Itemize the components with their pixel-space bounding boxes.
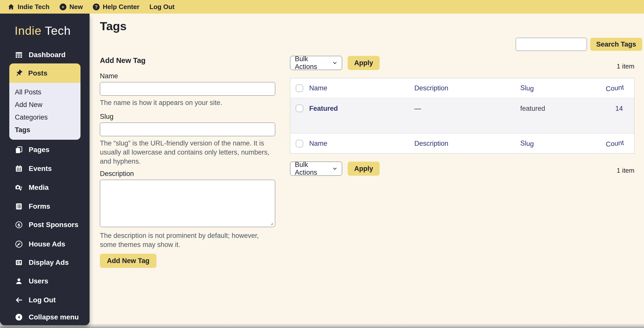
tag-description-textarea[interactable] [100,180,275,227]
sidebar-item-label: Log Out [29,296,56,304]
sidebar-item-label: Media [29,184,49,192]
topbar-logout-link[interactable]: Log Out [149,3,175,11]
column-header-count[interactable]: Count [606,83,624,93]
search-tags-input[interactable] [516,38,587,51]
slug-label: Slug [100,113,275,121]
sidebar-item-dashboard[interactable]: Dashboard [15,47,85,63]
footer-column-description[interactable]: Description [414,140,448,148]
tag-slug-input[interactable] [100,123,275,136]
user-icon [15,277,23,285]
sidebar-item-label: Pages [29,146,50,154]
tags-table: Name Description Slug Count Featured — f… [290,78,634,154]
form-heading: Add New Tag [100,56,275,65]
sidebar-item-label: Events [29,165,52,173]
tag-name-input[interactable] [100,82,275,96]
select-all-checkbox-bottom[interactable] [296,140,303,147]
bulk-actions-select[interactable]: Bulk Actions [290,56,342,70]
dollar-circle-icon: $ [15,221,23,229]
sidebar-item-media[interactable]: Media [15,179,85,196]
column-header-name[interactable]: Name [309,84,327,92]
add-new-tag-button[interactable]: Add New Tag [100,254,156,268]
submenu-item-add-new[interactable]: Add New [15,98,80,111]
media-icon [15,184,23,192]
item-count-bottom: 1 item [617,167,634,174]
sidebar-posts-card: Posts All Posts Add New Categories Tags [9,63,80,140]
sidebar-posts-label: Posts [28,69,47,77]
chevron-down-icon [332,60,338,66]
arrow-left-icon [15,296,23,304]
topbar-site-link[interactable]: Indie Tech [8,3,50,11]
footer-column-name[interactable]: Name [309,140,327,148]
topbar-site-label: Indie Tech [18,3,50,11]
sidebar-item-posts[interactable]: Posts [9,63,80,83]
sidebar-item-display-ads[interactable]: Display Ads [15,254,85,271]
page-bottom-edge [0,324,644,328]
submenu-label: Categories [15,114,48,121]
plus-circle-icon: + [60,4,66,10]
footer-column-count[interactable]: Count [606,139,624,148]
sidebar-item-label: House Ads [29,240,65,248]
sidebar-item-house-ads[interactable]: House Ads [15,236,85,252]
sidebar-item-events[interactable]: Events [15,161,85,177]
apply-button-bottom[interactable]: Apply [348,162,380,176]
tags-list-section: Bulk Actions Apply 1 item Name Descripti… [290,56,634,176]
submenu-label: All Posts [15,88,41,96]
bulk-actions-select-bottom[interactable]: Bulk Actions [290,162,342,176]
tag-count-link[interactable]: 14 [615,105,623,113]
topbar-help-label: Help Center [103,3,139,11]
logo-part-2: Tech [45,24,71,37]
submenu-item-tags-current[interactable]: Tags [15,124,80,136]
sidebar-item-users[interactable]: Users [15,273,85,289]
row-checkbox[interactable] [296,105,303,112]
resize-grip-icon[interactable] [269,222,273,226]
sidebar-item-label: Forms [29,202,50,210]
sidebar-item-label: Post Sponsors [29,221,78,229]
sidebar-item-pages[interactable]: Pages [15,142,85,158]
admin-topbar: Indie Tech + New ? Help Center Log Out [0,0,644,14]
footer-column-slug[interactable]: Slug [520,139,534,148]
submenu-item-all-posts[interactable]: All Posts [15,86,80,98]
dashboard-grid-icon [15,51,23,59]
bulk-actions-row-bottom: Bulk Actions Apply [290,162,634,176]
sidebar-item-logout[interactable]: Log Out [15,292,85,308]
bulk-actions-selected-value: Bulk Actions [295,55,332,71]
sidebar-collapse-menu[interactable]: Collapse menu [15,309,85,325]
column-header-slug[interactable]: Slug [520,84,534,93]
page-title: Tags [100,19,127,33]
name-help-text: The name is how it appears on your site. [100,98,275,107]
select-all-checkbox[interactable] [296,85,303,92]
site-logo: Indie Tech [15,23,71,38]
pushpin-icon [15,69,23,77]
svg-text:$: $ [17,223,20,227]
topbar-logout-label: Log Out [149,3,175,11]
logo-part-1: Indie [15,24,42,37]
description-label: Description [100,170,275,178]
topbar-new-label: New [69,3,83,11]
table-footer-row: Name Description Slug Count [290,134,634,153]
chevron-down-icon [332,166,338,172]
sidebar-item-post-sponsors[interactable]: $ Post Sponsors [15,217,85,233]
submenu-item-categories[interactable]: Categories [15,111,80,124]
sidebar-item-forms[interactable]: Forms [15,198,85,214]
item-count-top: 1 item [617,62,634,70]
column-header-description[interactable]: Description [414,84,448,92]
topbar-new-button[interactable]: + New [60,3,83,11]
slug-help-text: The “slug” is the URL-friendly version o… [100,139,275,166]
tag-description-value: — [414,105,421,113]
sidebar-item-label: Dashboard [29,51,65,59]
name-label: Name [100,72,275,80]
bulk-actions-selected-value: Bulk Actions [295,161,332,176]
collapse-circle-icon [15,313,23,321]
description-help-text: The description is not prominent by defa… [100,231,275,249]
bulk-actions-row-top: Bulk Actions Apply [290,56,634,70]
topbar-help-link[interactable]: ? Help Center [93,3,139,11]
tag-slug-value: featured [520,105,545,113]
question-circle-icon: ? [93,4,100,10]
tag-name-link[interactable]: Featured [309,105,338,113]
add-new-tag-form: Add New Tag Name The name is how it appe… [100,56,275,268]
sidebar-item-label: Collapse menu [29,313,79,321]
sidebar: Indie Tech Dashboard Posts All Posts [0,14,90,325]
apply-button[interactable]: Apply [348,56,380,70]
calendar-icon [15,165,23,173]
search-tags-button[interactable]: Search Tags [590,38,642,51]
